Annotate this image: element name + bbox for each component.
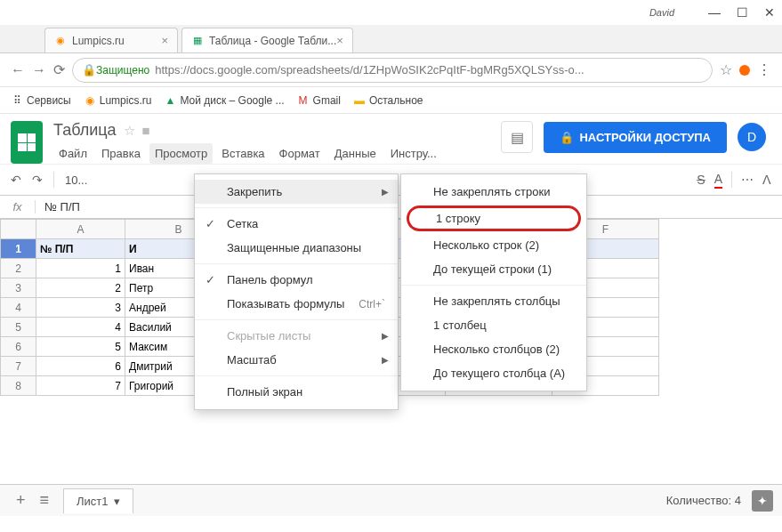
cell[interactable]: 4: [36, 318, 125, 337]
freeze-submenu: Не закреплять строки 1 строку Несколько …: [400, 173, 587, 391]
submenu-arrow-icon: ▶: [382, 355, 389, 365]
reload-button[interactable]: ⟳: [53, 61, 65, 78]
menu-bar: Файл Правка Просмотр Вставка Формат Данн…: [53, 143, 442, 164]
apps-icon: ⠿: [11, 94, 23, 107]
explore-button[interactable]: ✦: [752, 490, 773, 512]
submenu-arrow-icon: ▶: [382, 187, 389, 197]
menu-formula-bar[interactable]: ✓Панель формул: [195, 268, 398, 292]
add-sheet-button[interactable]: +: [9, 488, 33, 513]
cell[interactable]: № П/П: [36, 239, 125, 259]
tab-close-icon[interactable]: ×: [161, 34, 168, 47]
all-sheets-button[interactable]: ≡: [33, 488, 57, 513]
row-header[interactable]: 3: [1, 278, 36, 298]
submenu-arrow-icon: ▶: [382, 331, 389, 341]
window-user: David: [649, 7, 674, 18]
zoom-select[interactable]: 10...: [65, 173, 87, 187]
row-header[interactable]: 8: [1, 376, 36, 396]
fx-icon: fx: [0, 200, 36, 214]
bookmark-drive[interactable]: ▲Мой диск – Google ...: [164, 94, 284, 107]
row-header[interactable]: 4: [1, 298, 36, 318]
bookmark-lumpics[interactable]: ◉Lumpics.ru: [84, 94, 152, 107]
shortcut-label: Ctrl+`: [359, 298, 385, 310]
menu-data[interactable]: Данные: [329, 143, 382, 164]
user-avatar[interactable]: D: [738, 123, 766, 151]
freeze-no-rows[interactable]: Не закреплять строки: [401, 180, 586, 204]
doc-title[interactable]: Таблица: [53, 121, 117, 140]
row-header[interactable]: 7: [1, 357, 36, 376]
more-button[interactable]: ⋯: [741, 173, 754, 187]
freeze-multi-rows[interactable]: Несколько строк (2): [401, 233, 586, 257]
comments-button[interactable]: ▤: [501, 121, 533, 153]
strikethrough-button[interactable]: S: [697, 173, 705, 187]
menu-edit[interactable]: Правка: [96, 143, 146, 164]
text-color-button[interactable]: A: [714, 172, 722, 189]
menu-file[interactable]: Файл: [53, 143, 93, 164]
menu-tools[interactable]: Инстру...: [385, 143, 442, 164]
menu-insert[interactable]: Вставка: [216, 143, 270, 164]
bookmarks-bar: ⠿Сервисы ◉Lumpics.ru ▲Мой диск – Google …: [0, 87, 782, 114]
sheet-tab[interactable]: Лист1▾: [63, 488, 133, 513]
cell[interactable]: 5: [36, 337, 125, 357]
cell[interactable]: 7: [36, 376, 125, 396]
redo-button[interactable]: ↷: [32, 173, 43, 187]
browser-tab[interactable]: ◉ Lumpics.ru ×: [44, 28, 178, 52]
menu-freeze[interactable]: Закрепить▶: [195, 180, 398, 204]
maximize-button[interactable]: ☐: [737, 5, 748, 20]
row-header[interactable]: 1: [1, 239, 36, 259]
bookmark-other[interactable]: ▬Остальное: [353, 94, 423, 107]
cell[interactable]: 3: [36, 298, 125, 318]
folder-icon[interactable]: ■: [142, 123, 150, 138]
check-icon: ✓: [206, 273, 215, 286]
browser-tab[interactable]: ▦ Таблица - Google Табли... ×: [181, 28, 353, 52]
row-header[interactable]: 6: [1, 337, 36, 357]
freeze-upto-row[interactable]: До текущей строки (1): [401, 257, 586, 281]
select-all-corner[interactable]: [1, 220, 36, 239]
chevron-down-icon: ▾: [114, 495, 120, 508]
freeze-one-row[interactable]: 1 строку: [407, 206, 581, 231]
menu-fullscreen[interactable]: Полный экран: [195, 380, 398, 404]
menu-format[interactable]: Формат: [274, 143, 326, 164]
cell[interactable]: 6: [36, 357, 125, 376]
url-input[interactable]: 🔒 Защищено https://docs.google.com/sprea…: [72, 58, 713, 83]
freeze-upto-col[interactable]: До текущего столбца (A): [401, 361, 586, 385]
sheets-header: Таблица ☆ ■ Файл Правка Просмотр Вставка…: [0, 114, 782, 164]
url-text: https://docs.google.com/spreadsheets/d/1…: [155, 63, 584, 77]
undo-button[interactable]: ↶: [11, 173, 21, 187]
favicon-icon: ◉: [54, 35, 67, 47]
row-header[interactable]: 2: [1, 259, 36, 278]
column-header[interactable]: A: [36, 220, 125, 239]
comment-icon: ▤: [511, 129, 524, 146]
menu-zoom[interactable]: Масштаб▶: [195, 348, 398, 372]
collapse-button[interactable]: ᐱ: [762, 173, 771, 187]
selection-count: Количество: 4: [666, 494, 741, 507]
tab-close-icon[interactable]: ×: [336, 34, 343, 47]
menu-gridlines[interactable]: ✓Сетка: [195, 212, 398, 236]
menu-protected-ranges[interactable]: Защищенные диапазоны: [195, 236, 398, 260]
minimize-button[interactable]: —: [708, 5, 721, 20]
menu-show-formulas[interactable]: Показывать формулыCtrl+`: [195, 292, 398, 316]
freeze-one-col[interactable]: 1 столбец: [401, 313, 586, 337]
share-button[interactable]: 🔒НАСТРОЙКИ ДОСТУПА: [544, 122, 727, 153]
bookmark-star-icon[interactable]: ☆: [720, 61, 732, 78]
bookmark-services[interactable]: ⠿Сервисы: [11, 94, 71, 107]
forward-button[interactable]: →: [32, 62, 46, 78]
browser-menu-icon[interactable]: ⋮: [757, 61, 771, 78]
menu-view[interactable]: Просмотр: [149, 143, 213, 164]
back-button[interactable]: ←: [11, 62, 25, 78]
freeze-multi-cols[interactable]: Несколько столбцов (2): [401, 337, 586, 361]
sheets-logo-icon[interactable]: [11, 121, 43, 164]
cell[interactable]: 1: [36, 259, 125, 278]
view-menu-dropdown: Закрепить▶ ✓Сетка Защищенные диапазоны ✓…: [194, 173, 399, 410]
bookmark-gmail[interactable]: MGmail: [297, 94, 341, 107]
star-icon[interactable]: ☆: [124, 123, 135, 139]
folder-icon: ▬: [353, 94, 366, 107]
lock-icon: 🔒: [560, 131, 574, 144]
sheet-tabs-bar: + ≡ Лист1▾ Количество: 4 ✦: [0, 484, 782, 516]
freeze-no-cols[interactable]: Не закреплять столбцы: [401, 289, 586, 313]
close-button[interactable]: ✕: [764, 5, 775, 20]
extension-icon[interactable]: [739, 65, 750, 76]
check-icon: ✓: [206, 217, 215, 230]
row-header[interactable]: 5: [1, 318, 36, 337]
cell[interactable]: 2: [36, 278, 125, 298]
favicon-icon: ▦: [191, 35, 204, 47]
